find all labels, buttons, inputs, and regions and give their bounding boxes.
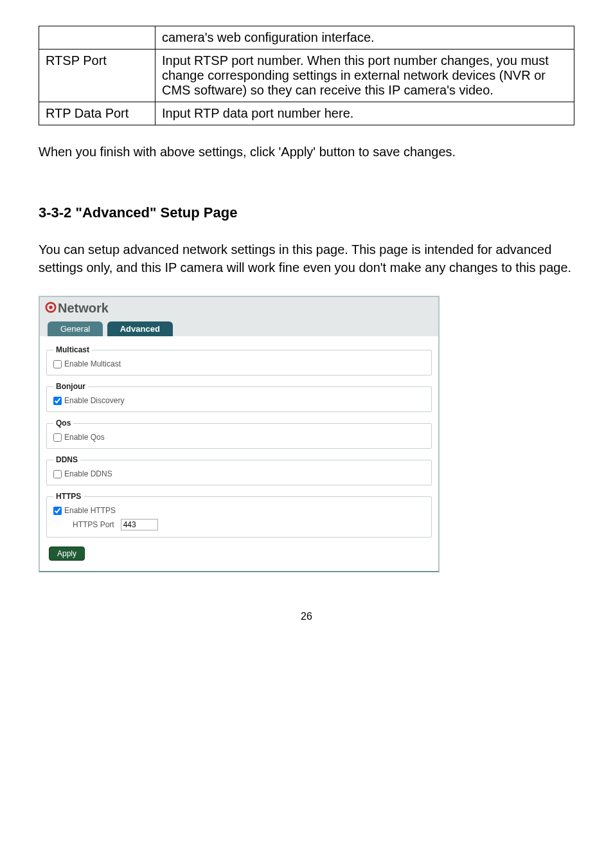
qos-group: Qos Enable Qos bbox=[46, 419, 432, 449]
enable-qos-row[interactable]: Enable Qos bbox=[53, 433, 425, 442]
gear-icon bbox=[45, 302, 57, 316]
panel-title-row: Network bbox=[40, 297, 438, 316]
ddns-legend: DDNS bbox=[53, 455, 80, 464]
apply-instruction: When you finish with above settings, cli… bbox=[39, 145, 574, 159]
multicast-legend: Multicast bbox=[53, 345, 92, 354]
https-port-row: HTTPS Port bbox=[73, 519, 425, 530]
enable-ddns-label: Enable DDNS bbox=[64, 469, 112, 478]
cell-rtp-port-desc: Input RTP data port number here. bbox=[155, 102, 574, 125]
tab-advanced[interactable]: Advanced bbox=[107, 321, 173, 336]
port-settings-table: camera's web configuration interface. RT… bbox=[39, 26, 574, 125]
page-number: 26 bbox=[39, 611, 574, 622]
enable-https-checkbox[interactable] bbox=[53, 507, 62, 515]
enable-qos-checkbox[interactable] bbox=[53, 433, 62, 442]
enable-discovery-label: Enable Discovery bbox=[64, 396, 124, 405]
svg-point-1 bbox=[49, 306, 52, 309]
enable-https-row[interactable]: Enable HTTPS bbox=[53, 506, 425, 515]
cell-rtsp-port-desc: Input RTSP port number. When this port n… bbox=[155, 50, 574, 102]
table-row: camera's web configuration interface. bbox=[39, 26, 574, 50]
panel-title: Network bbox=[58, 301, 109, 315]
https-legend: HTTPS bbox=[53, 492, 84, 501]
qos-legend: Qos bbox=[53, 419, 73, 428]
panel-body: Multicast Enable Multicast Bonjour Enabl… bbox=[40, 336, 438, 571]
cell-blank bbox=[39, 26, 155, 50]
cell-rtsp-port: RTSP Port bbox=[39, 50, 155, 102]
enable-discovery-checkbox[interactable] bbox=[53, 397, 62, 405]
enable-multicast-label: Enable Multicast bbox=[64, 359, 121, 368]
cell-rtp-port: RTP Data Port bbox=[39, 102, 155, 125]
enable-ddns-row[interactable]: Enable DDNS bbox=[53, 469, 425, 478]
enable-discovery-row[interactable]: Enable Discovery bbox=[53, 396, 425, 405]
section-heading: 3-3-2 "Advanced" Setup Page bbox=[39, 204, 574, 221]
enable-multicast-row[interactable]: Enable Multicast bbox=[53, 359, 425, 368]
ddns-group: DDNS Enable DDNS bbox=[46, 455, 432, 485]
table-row: RTSP Port Input RTSP port number. When t… bbox=[39, 50, 574, 102]
tab-bar: General Advanced bbox=[40, 316, 438, 336]
https-group: HTTPS Enable HTTPS HTTPS Port bbox=[46, 492, 432, 538]
https-port-label: HTTPS Port bbox=[73, 520, 114, 529]
cell-camera-web: camera's web configuration interface. bbox=[155, 26, 574, 50]
https-port-input[interactable] bbox=[121, 519, 158, 530]
bonjour-group: Bonjour Enable Discovery bbox=[46, 382, 432, 412]
apply-button[interactable]: Apply bbox=[49, 547, 85, 561]
enable-multicast-checkbox[interactable] bbox=[53, 360, 62, 368]
bonjour-legend: Bonjour bbox=[53, 382, 88, 391]
multicast-group: Multicast Enable Multicast bbox=[46, 345, 432, 375]
enable-ddns-checkbox[interactable] bbox=[53, 470, 62, 478]
enable-qos-label: Enable Qos bbox=[64, 433, 105, 442]
tab-general[interactable]: General bbox=[48, 321, 103, 336]
table-row: RTP Data Port Input RTP data port number… bbox=[39, 102, 574, 125]
enable-https-label: Enable HTTPS bbox=[64, 506, 116, 515]
network-settings-panel: Network General Advanced Multicast Enabl… bbox=[39, 296, 440, 572]
section-description: You can setup advanced network settings … bbox=[39, 240, 574, 276]
